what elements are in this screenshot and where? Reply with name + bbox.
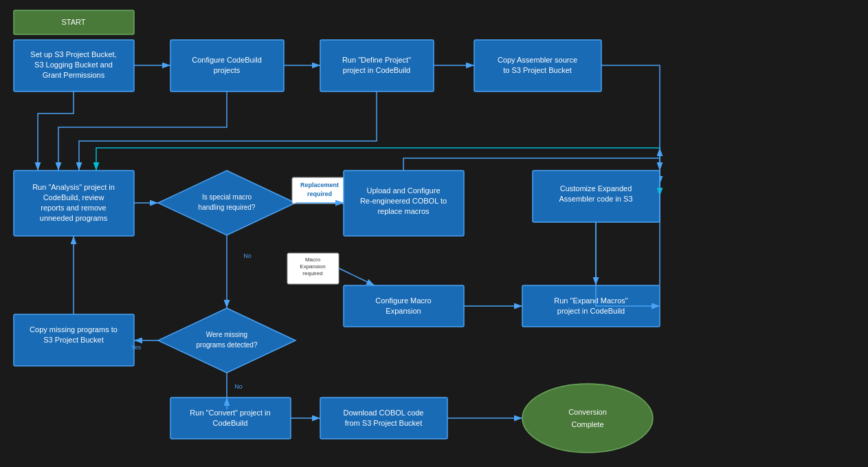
step11-label2: CodeBuild [213,419,248,427]
step8-label2: Expansion [386,307,421,315]
replacement-label1: Replacement [300,182,339,188]
step1-label2: S3 Logging Bucket and [34,61,113,69]
step5-label: Run "Analysis" project in [32,183,115,191]
step4-label: Copy Assembler source [498,56,577,64]
step8-label: Configure Macro [375,296,431,305]
step2-label: Configure CodeBuild [192,56,262,64]
no1-label: No [243,252,252,259]
diagram-container: START Set up S3 Project Bucket, S3 Loggi… [0,0,868,467]
end-node [522,384,653,453]
arrow-loop2 [58,91,227,171]
replacement-label2: required [307,191,332,197]
step10-label2: S3 Project Bucket [43,336,103,344]
start-label: START [61,18,85,26]
arrow-macro-8 [339,268,375,285]
arrow-loop3 [79,91,377,171]
diamond1-label2: handling required? [199,204,256,211]
step4-label2: to S3 Project Bucket [503,66,572,74]
arrow-6-loop [403,158,660,171]
step6-label: Upload and Configure [366,186,440,195]
step1-label: Set up S3 Project Bucket, [30,50,116,58]
macro-label1: Macro [305,257,321,263]
step5-label2: CodeBuild, review [43,193,104,202]
diamond2-label2: programs detected? [197,341,258,349]
step3-label: Run "Define Project" [342,56,411,64]
step7-label2: Assembler code in S3 [559,195,633,203]
step2-label2: projects [214,66,241,74]
step1-label3: Grant Permissions [43,71,105,79]
step5-label3: reports and remove [41,204,106,212]
step7-label: Customize Expanded [560,184,632,193]
macro-label3: required [302,270,322,276]
step11-label: Run "Convert" project in [190,409,270,417]
arrow-4-7 [601,65,660,184]
yes-label: Yes [131,344,142,351]
step12-label2: from S3 Project Bucket [345,419,423,427]
diamond1-label: Is special macro [202,193,252,201]
diamond2-label: Were missing [206,331,247,338]
macro-label2: Expansion [300,263,325,270]
end-label1: Conversion [568,408,607,416]
step3-label2: project in CodeBuild [343,66,410,74]
step5-label4: unneeded programs [40,214,108,222]
step9-label: Run "Expand Macros" [554,296,628,305]
no2-label: No [234,383,243,390]
step10-label: Copy missing programs to [30,325,118,334]
step12-label: Download COBOL code [344,409,424,417]
arrow-loop1 [38,91,74,171]
flowchart-svg: START Set up S3 Project Bucket, S3 Loggi… [0,0,868,467]
step9-label2: project in CodeBuild [557,307,625,315]
step6-label2: Re-engineered COBOL to [360,197,447,205]
end-label2: Complete [571,420,603,428]
step6-label3: replace macros [377,207,430,215]
